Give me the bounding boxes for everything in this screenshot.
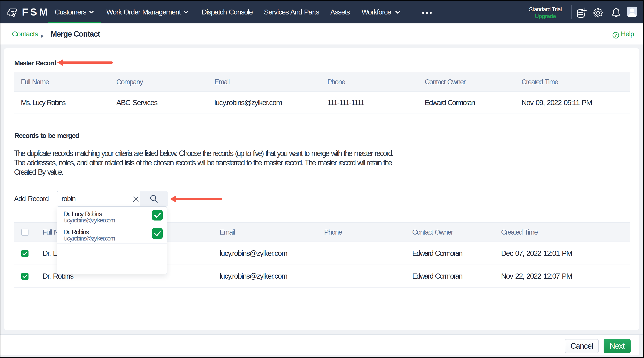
svg-text:?: ? (614, 33, 617, 38)
